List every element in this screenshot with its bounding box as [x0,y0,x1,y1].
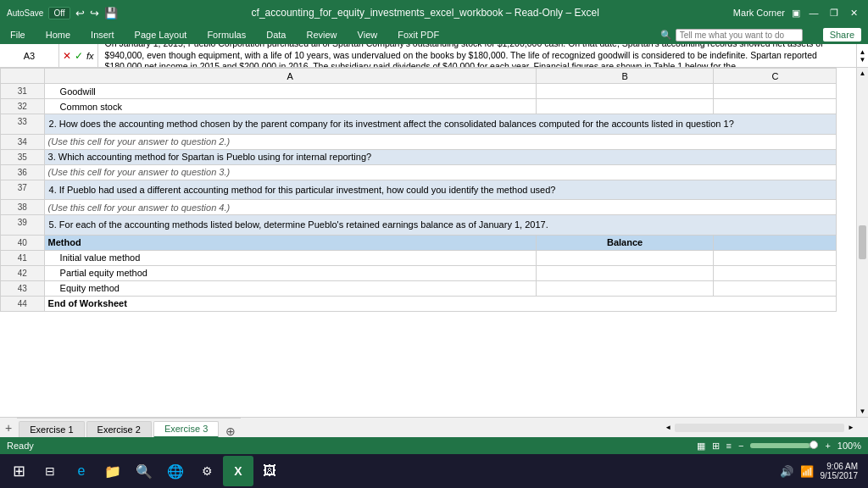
date-display: 9/15/2017 [821,471,859,480]
cell-a35[interactable]: 3. Which accounting method for Spartan i… [44,149,837,164]
cell-b32[interactable] [536,99,714,114]
close-button[interactable]: ✕ [848,6,861,19]
search-taskbar-icon[interactable]: 🔍 [129,456,159,486]
title-bar: AutoSave Off ↩ ↪ 💾 cf_accounting_for_equ… [0,0,868,25]
table-row: 33 2. How does the accounting method cho… [1,114,856,135]
autosave-badge[interactable]: Off [48,7,70,19]
cell-a43[interactable]: Equity method [44,280,536,296]
task-view-icon[interactable]: ⊟ [35,456,65,486]
cell-b42[interactable] [536,265,714,280]
share-button[interactable]: Share [823,28,861,42]
tab-exercise3[interactable]: Exercise 3 [153,421,219,438]
row-num-41: 41 [1,250,45,265]
cell-c40[interactable] [714,235,837,250]
cell-a41[interactable]: Initial value method [44,250,536,265]
network-icon[interactable]: 📶 [800,465,814,478]
formula-scroll-up[interactable]: ▲ [857,48,868,56]
cell-b40[interactable]: Balance [536,235,714,250]
row-num-35: 35 [1,149,45,164]
formula-bar: A3 ✕ ✓ fx On January 1, 2015, Pueblo Cor… [0,44,868,68]
excel-taskbar-icon[interactable]: X [223,456,253,486]
undo-icon[interactable]: ↩ [75,7,85,19]
cell-a38[interactable]: (Use this cell for your answer to questi… [44,200,837,215]
cell-a36[interactable]: (Use this cell for your answer to questi… [44,164,837,180]
time-display: 9:06 AM [826,462,858,471]
tab-exercise2[interactable]: Exercise 2 [86,421,152,438]
row-num-32: 32 [1,99,45,114]
cell-c31[interactable] [714,84,837,99]
row-num-34: 34 [1,134,45,149]
tab-home[interactable]: Home [42,28,74,42]
tab-exercise1[interactable]: Exercise 1 [19,421,84,438]
browser-icon[interactable]: 🌐 [160,456,191,486]
vertical-scrollbar[interactable]: ▲ ▼ [856,68,868,417]
confirm-formula-icon[interactable]: ✓ [75,50,83,62]
scroll-left-arrow[interactable]: ◄ [663,422,673,433]
add-tab-icon[interactable]: ⊕ [220,424,241,438]
save-icon[interactable]: 💾 [104,7,118,19]
tab-formulas[interactable]: Formulas [203,28,249,42]
formula-content: On January 1, 2015, Pueblo Corporation p… [98,44,856,67]
restore-button[interactable]: ❐ [827,6,841,19]
scroll-up-arrow[interactable]: ▲ [857,68,868,79]
cell-b43[interactable] [536,280,714,296]
zoom-slider[interactable] [750,443,818,448]
cell-a32[interactable]: Common stock [44,99,536,114]
cell-b31[interactable] [536,84,714,99]
cell-a31[interactable]: Goodwill [44,84,536,99]
cell-a42[interactable]: Partial equity method [44,265,536,280]
tab-foxit[interactable]: Foxit PDF [394,28,442,42]
edge-icon[interactable]: e [66,456,97,486]
col-b-header[interactable]: B [536,69,714,84]
cell-c32[interactable] [714,99,837,114]
cell-c42[interactable] [714,265,837,280]
function-icon[interactable]: fx [86,51,94,61]
zoom-in-icon[interactable]: + [825,441,830,451]
table-row: 32 Common stock [1,99,856,114]
cell-a33[interactable]: 2. How does the accounting method chosen… [44,114,837,135]
cell-a37[interactable]: 4. If Pueblo had used a different accoun… [44,180,837,200]
cell-b41[interactable] [536,250,714,265]
horizontal-scroll-track[interactable] [675,424,844,432]
zoom-out-icon[interactable]: − [738,441,743,451]
minimize-button[interactable]: — [807,6,821,19]
horizontal-scroll-area: ◄ ► [241,422,868,433]
status-bar: Ready ▦ ⊞ ≡ − + 100% [0,437,868,454]
cell-a39[interactable]: 5. For each of the accounting methods li… [44,215,837,236]
col-c-header[interactable]: C [714,69,837,84]
cell-a34[interactable]: (Use this cell for your answer to questi… [44,134,837,149]
volume-icon[interactable]: 🔊 [780,465,793,478]
start-button[interactable]: ⊞ [3,456,34,486]
tab-page-layout[interactable]: Page Layout [131,28,191,42]
window-icon: ▣ [792,8,800,19]
cell-a44[interactable]: End of Worksheet [44,296,837,311]
tab-insert[interactable]: Insert [87,28,118,42]
tab-review[interactable]: Review [303,28,340,42]
tab-file[interactable]: File [7,28,29,42]
cell-c41[interactable] [714,250,837,265]
view-layout-icon[interactable]: ⊞ [712,441,720,452]
formula-scroll-down[interactable]: ▼ [857,56,868,64]
cell-a40[interactable]: Method [44,235,536,250]
scroll-thumb[interactable] [859,225,866,259]
redo-icon[interactable]: ↪ [90,7,99,19]
cell-reference[interactable]: A3 [0,44,59,67]
row-num-39: 39 [1,215,45,236]
tab-view[interactable]: View [354,28,381,42]
search-input[interactable] [676,29,803,42]
tab-data[interactable]: Data [263,28,289,42]
notify-area[interactable]: 9:06 AM 9/15/2017 [821,462,859,480]
add-sheet-button[interactable]: + [0,421,17,435]
view-break-icon[interactable]: ≡ [726,441,732,451]
col-a-header[interactable]: A [44,69,536,84]
view-normal-icon[interactable]: ▦ [697,441,705,452]
cell-c43[interactable] [714,280,837,296]
title-bar-left: AutoSave Off ↩ ↪ 💾 [7,7,118,19]
photo-icon[interactable]: 🖼 [254,456,285,486]
file-explorer-icon[interactable]: 📁 [97,456,128,486]
settings-icon[interactable]: ⚙ [192,456,222,486]
cancel-formula-icon[interactable]: ✕ [63,50,71,62]
zoom-level: 100% [837,441,861,451]
scroll-right-arrow[interactable]: ► [846,422,856,433]
scroll-down-arrow[interactable]: ▼ [857,406,868,417]
